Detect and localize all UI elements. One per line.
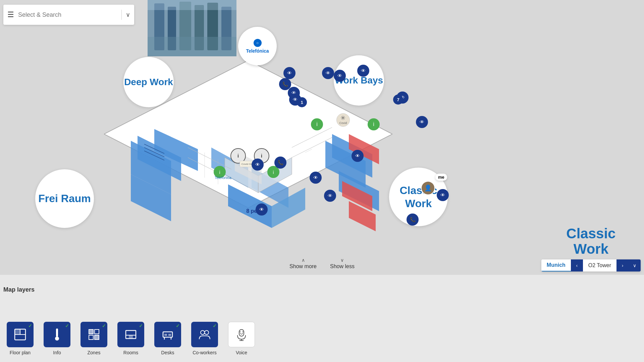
check-icon: ✓: [139, 323, 143, 328]
classic-work-title: ClassicWork: [541, 226, 641, 257]
svg-point-53: [55, 337, 59, 341]
chevron-down-icon[interactable]: ∨: [126, 11, 130, 18]
green-marker-2[interactable]: i: [368, 118, 380, 130]
svg-point-68: [205, 330, 209, 335]
layer-icons-container: ✓ Floor plan ✓ Info: [3, 322, 258, 355]
eye-marker-1[interactable]: 👁: [283, 67, 296, 79]
layer-info[interactable]: ✓ Info: [40, 322, 74, 355]
svg-rect-8: [148, 37, 236, 56]
show-more-btn[interactable]: ∧ Show more: [283, 255, 323, 272]
deep-work-label: Deep Work: [123, 57, 174, 107]
svg-text:i: i: [273, 170, 274, 175]
svg-rect-7: [148, 0, 236, 10]
arrow-up-icon: ∧: [302, 257, 305, 263]
frei-raum-label: Frei Raum: [35, 169, 94, 228]
me-bubble: me: [435, 174, 447, 181]
building-o2tower[interactable]: O2 Tower: [583, 260, 616, 271]
svg-point-67: [201, 330, 205, 335]
layer-floor-plan-icon-box: ✓: [7, 322, 34, 347]
nav-prev-btn[interactable]: ‹: [571, 259, 583, 272]
badge-7: 7: [393, 95, 403, 105]
layer-rooms-label: Rooms: [123, 350, 138, 355]
layer-voice[interactable]: Voice: [225, 322, 258, 355]
svg-rect-69: [239, 329, 244, 336]
layer-voice-icon-box: [228, 322, 255, 347]
svg-rect-66: [168, 334, 171, 336]
divider: [121, 10, 122, 20]
layer-floor-plan[interactable]: ✓ Floor plan: [3, 322, 37, 355]
eye-marker-2[interactable]: 👁: [322, 67, 334, 79]
telefonica-icon: ○: [254, 39, 262, 47]
svg-rect-50: [15, 329, 20, 335]
covid-marker[interactable]: ✳ Covid: [336, 113, 350, 127]
layer-rooms[interactable]: ✓ Rooms: [114, 322, 148, 355]
hamburger-menu[interactable]: ☰: [7, 10, 14, 19]
layer-desks-icon-box: ✓: [154, 322, 181, 347]
svg-text:Telefónica: Telefónica: [215, 176, 231, 180]
svg-rect-57: [89, 335, 93, 340]
city-munich[interactable]: Munich: [541, 259, 571, 272]
layer-coworkers[interactable]: ✓ Co-workers: [188, 322, 221, 355]
search-bar: ☰ ∨: [3, 5, 134, 25]
photo-thumbnail: [148, 0, 236, 56]
svg-rect-55: [89, 329, 93, 334]
check-icon: ✓: [28, 323, 32, 328]
search-input[interactable]: [18, 11, 117, 18]
map-layers-title: Map layers: [3, 286, 35, 293]
badge-1: 1: [297, 97, 307, 107]
eye-marker-9[interactable]: 👁: [310, 172, 322, 184]
show-less-btn[interactable]: ∨ Show less: [323, 255, 361, 272]
eye-marker-13[interactable]: 👁: [416, 116, 428, 128]
svg-text:i: i: [219, 170, 220, 175]
arrow-down-icon: ∨: [340, 257, 344, 263]
phone-marker-1[interactable]: 📞: [279, 78, 291, 90]
svg-point-72: [240, 331, 241, 333]
layer-coworkers-icon-box: ✓: [191, 322, 218, 347]
show-controls: ∧ Show more ∨ Show less: [283, 255, 361, 272]
eye-marker-3[interactable]: 👁: [334, 70, 346, 82]
eye-marker-10[interactable]: 👁: [352, 150, 364, 162]
telefonica-label: Telefónica: [246, 48, 269, 54]
eye-marker-8[interactable]: 👁: [252, 159, 264, 171]
layer-info-icon-box: ✓: [44, 322, 70, 347]
check-icon: ✓: [65, 323, 69, 328]
svg-text:i: i: [261, 153, 262, 159]
eye-marker-4[interactable]: 👁: [357, 65, 369, 77]
layer-coworkers-label: Co-workers: [193, 350, 217, 355]
layer-zones-label: Zones: [88, 350, 101, 355]
check-icon: ✓: [176, 323, 180, 328]
show-less-label: Show less: [330, 263, 355, 269]
phone-marker-2[interactable]: 📞: [274, 157, 286, 169]
eye-marker-14[interactable]: 👁: [437, 189, 449, 201]
telefonica-bubble[interactable]: ○ Telefónica: [238, 27, 277, 65]
layer-zones-icon-box: ✓: [80, 322, 107, 347]
nav-next-btn[interactable]: ›: [616, 259, 629, 272]
layer-zones[interactable]: ✓ Zones: [77, 322, 111, 355]
svg-rect-61: [129, 335, 133, 339]
check-icon: ✓: [213, 323, 217, 328]
svg-rect-65: [164, 334, 167, 336]
svg-rect-58: [95, 335, 99, 340]
svg-point-73: [243, 331, 244, 333]
layer-rooms-icon-box: ✓: [117, 322, 144, 347]
check-icon: ✓: [102, 323, 106, 328]
classic-work-nav: Munich ‹ O2 Tower › ∨: [541, 259, 641, 272]
classic-work-panel: ClassicWork Munich ‹ O2 Tower › ∨: [541, 226, 641, 272]
phone-marker-3[interactable]: 📞: [407, 214, 419, 226]
eye-marker-11[interactable]: 👁: [324, 190, 336, 202]
layer-floor-plan-label: Floor plan: [10, 350, 31, 355]
expand-btn[interactable]: ∨: [629, 259, 641, 272]
photo-image: [148, 0, 236, 56]
layer-info-label: Info: [53, 350, 61, 355]
eye-marker-12[interactable]: 👁: [256, 203, 268, 216]
layer-voice-label: Voice: [236, 350, 247, 355]
user-avatar[interactable]: 👤: [421, 181, 435, 195]
show-more-label: Show more: [289, 263, 317, 269]
bottom-bar: Map layers ✓ Floor plan ✓: [0, 275, 644, 362]
layer-desks[interactable]: ✓ Desks: [151, 322, 184, 355]
layer-desks-label: Desks: [161, 350, 174, 355]
green-marker-1[interactable]: i: [311, 118, 323, 130]
svg-text:i: i: [237, 153, 239, 159]
svg-rect-56: [95, 329, 99, 334]
